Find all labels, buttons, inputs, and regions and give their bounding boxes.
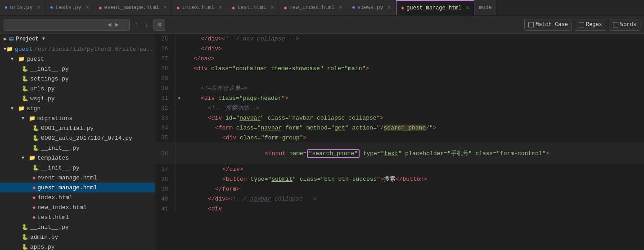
search-input[interactable] [7, 22, 106, 28]
sidebar-item-sign[interactable]: ▼ 📁 sign [0, 103, 155, 113]
code-content: <input name="search_phone" type="text" p… [183, 143, 644, 164]
tab-close[interactable]: × [466, 5, 469, 11]
match-case-checkbox[interactable] [528, 22, 534, 27]
tab-bar: ● urls.py × ● tests.py × ◆ event_manage.… [0, 0, 644, 16]
table-row: 38 <button type="submit" class="btn btn-… [155, 174, 644, 184]
line-number: 39 [155, 184, 176, 194]
sidebar-item-admin[interactable]: 🐍 admin.py [0, 232, 155, 242]
sidebar-item-new-index-html[interactable]: ◆ new_index.html [0, 202, 155, 212]
code-content: <div class="container theme-showcase" ro… [183, 63, 644, 73]
py-icon: 🐍 [32, 135, 39, 142]
match-case-label: Match Case [536, 22, 568, 28]
table-row: 35 <div class="form-group"> [155, 133, 644, 143]
dropdown-icon[interactable]: ▼ [42, 36, 45, 41]
line-indicator [176, 54, 183, 63]
tab-more[interactable]: mode [474, 0, 497, 16]
tab-close[interactable]: × [338, 4, 342, 11]
sidebar-item-init2[interactable]: 🐍 __init__.py [0, 143, 155, 153]
sidebar-item-urls[interactable]: 🐍 urls.py [0, 84, 155, 94]
line-number: 30 [155, 83, 176, 93]
tab-label: mode [479, 4, 492, 11]
code-content: <div class="page-header"> [183, 93, 644, 103]
table-row: 41 <div [155, 204, 644, 214]
code-editor[interactable]: 25 </div><!--/.nav-collapse --> 26 </div… [155, 34, 644, 250]
sidebar-item-init4[interactable]: 🐍 __init__.py [0, 222, 155, 232]
tab-close[interactable]: × [37, 4, 41, 11]
search-settings-button[interactable]: ⚙ [153, 19, 165, 31]
py-icon: ● [5, 4, 8, 11]
code-content: <div id="navbar" class="navbar-collapse … [183, 113, 644, 123]
sidebar-path-label: /usr/local/lib/python3.6/site-pa... [34, 46, 155, 53]
sidebar-item-settings[interactable]: 🐍 settings.py [0, 74, 155, 84]
py-icon: 🐍 [22, 224, 28, 231]
sidebar: ▶ 🗂 Project ▼ ▼ 📁 guest /usr/local/lib/p… [0, 34, 155, 250]
tab-close[interactable]: × [86, 4, 89, 11]
words-checkbox[interactable] [613, 22, 618, 27]
line-number: 25 [155, 34, 176, 44]
tab-index[interactable]: ◆ index.html × [172, 0, 227, 16]
code-content: <div class="form-group"> [183, 133, 644, 143]
sidebar-item-label: guest [27, 56, 44, 62]
tab-close[interactable]: × [387, 4, 391, 11]
sidebar-item-init3[interactable]: 🐍 __init__.py [0, 163, 155, 173]
sidebar-item-event-manage[interactable]: ◆ event_manage.html [0, 173, 155, 183]
regex-option[interactable]: Regex [575, 19, 606, 31]
sidebar-item-label: guest [15, 46, 32, 53]
words-option[interactable]: Words [609, 19, 640, 31]
line-number: 29 [155, 73, 176, 83]
tab-tests[interactable]: ● tests.py × [45, 0, 94, 16]
sidebar-item-label: index.html [37, 194, 72, 201]
sidebar-item-init1[interactable]: 🐍 __init__.py [0, 64, 155, 74]
sidebar-item-guest-root[interactable]: ▼ 📁 guest /usr/local/lib/python3.6/site-… [0, 44, 155, 54]
html-icon: ◆ [32, 214, 36, 221]
code-content: </div><!--/.nav-collapse --> [183, 34, 644, 44]
sidebar-item-templates[interactable]: ▼ 📁 templates [0, 153, 155, 163]
html-icon: ◆ [176, 4, 180, 11]
table-row: 40 </div><!--/.navbar-collapse --> [155, 194, 644, 204]
tab-close[interactable]: × [270, 4, 274, 11]
search-next-button[interactable]: ↓ [143, 21, 151, 29]
tab-label: new_index.html [289, 4, 335, 11]
tab-label: index.html [182, 4, 215, 11]
tab-event-manage[interactable]: ◆ event_manage.html × [94, 0, 172, 16]
line-indicator [176, 194, 183, 204]
html-icon: ◆ [32, 174, 36, 181]
line-number: 37 [155, 164, 176, 174]
regex-checkbox[interactable] [579, 22, 584, 27]
tab-label: event_manage.html [104, 4, 159, 11]
project-icon2: 🗂 [9, 36, 14, 42]
py-icon: 🐍 [32, 145, 39, 152]
sidebar-root-label: Project [16, 36, 38, 42]
line-indicator [176, 103, 183, 113]
line-number: 28 [155, 63, 176, 73]
tab-guest-manage[interactable]: ◆ guest_manage.html × [396, 0, 474, 16]
code-table: 25 </div><!--/.nav-collapse --> 26 </div… [155, 34, 644, 214]
html-icon: ◆ [99, 4, 102, 11]
tab-new-index[interactable]: ◆ new_index.html × [279, 0, 347, 16]
match-case-option[interactable]: Match Case [524, 19, 572, 31]
sidebar-item-apps[interactable]: 🐍 apps.py [0, 242, 155, 250]
sidebar-item-label: guest_manage.html [37, 184, 97, 191]
sidebar-item-guest-folder[interactable]: ▼ 📁 guest [0, 54, 155, 64]
sidebar-item-index-html[interactable]: ◆ index.html [0, 192, 155, 202]
sidebar-item-wsgi[interactable]: 🐍 wsgi.py [0, 94, 155, 103]
tab-urls[interactable]: ● urls.py × [0, 0, 45, 16]
sidebar-item-guest-manage-selected[interactable]: ◆ guest_manage.html [0, 183, 155, 192]
search-input-wrap[interactable]: ◀ ▶ [4, 19, 130, 31]
sidebar-item-0001[interactable]: 🐍 0001_initial.py [0, 123, 155, 133]
search-right-arrow[interactable]: ▶ [113, 21, 120, 28]
sidebar-item-0002[interactable]: 🐍 0002_auto_20171107_0714.py [0, 133, 155, 143]
sidebar-item-migrations[interactable]: ▼ 📁 migrations [0, 113, 155, 123]
search-left-arrow[interactable]: ◀ [106, 21, 113, 28]
tab-close[interactable]: × [219, 4, 222, 11]
tab-views[interactable]: ● views.py × [347, 0, 396, 16]
search-prev-button[interactable]: ↑ [132, 21, 140, 29]
sidebar-item-label: migrations [37, 115, 72, 122]
tab-test[interactable]: ◆ test.html × [227, 0, 279, 16]
code-content: <div [183, 204, 644, 214]
sidebar-item-test-html[interactable]: ◆ test.html [0, 212, 155, 222]
line-indicator [176, 34, 183, 44]
sidebar-item-label: templates [37, 155, 69, 161]
line-number: 36 [155, 143, 176, 164]
tab-close[interactable]: × [163, 4, 167, 11]
